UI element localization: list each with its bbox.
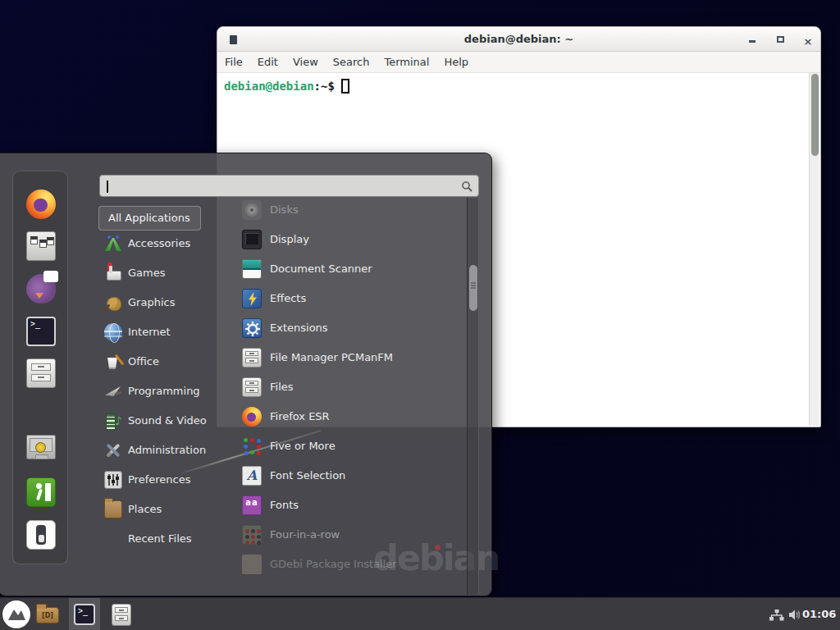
menu-terminal[interactable]: Terminal — [377, 52, 436, 73]
app-five-or-more[interactable]: Five or More — [235, 431, 459, 461]
places-icon — [104, 500, 122, 518]
effects-icon — [242, 289, 262, 308]
maximize-button[interactable] — [774, 33, 787, 46]
search-icon — [461, 180, 472, 192]
close-button[interactable]: × — [801, 33, 815, 46]
category-sound-video[interactable]: Sound & Video — [98, 406, 215, 436]
display-icon — [242, 230, 262, 249]
disks-icon — [242, 200, 262, 220]
search-caret — [107, 180, 108, 193]
prompt-user-host: debian@debian — [224, 80, 314, 93]
app-gdebi-package-installer[interactable]: GDebi Package Installer — [235, 550, 459, 579]
app-font-selection[interactable]: A Font Selection — [235, 461, 459, 491]
internet-icon — [104, 323, 122, 341]
search-input[interactable] — [110, 176, 454, 196]
terminal-menubar: FileEditViewSearchTerminalHelp — [217, 52, 820, 73]
font-selection-icon: A — [242, 466, 262, 486]
prompt-path: :~$ — [314, 80, 335, 93]
taskbar-terminal-button[interactable]: >_ — [69, 598, 100, 630]
close-icon: × — [804, 35, 813, 48]
category-recent-files[interactable]: Recent Files — [98, 524, 215, 554]
file-manager-pcmanfm-icon — [242, 348, 262, 368]
gdebi-icon — [242, 555, 262, 574]
app-list-scrollbar[interactable] — [467, 198, 479, 595]
four-in-a-row-icon — [242, 525, 262, 545]
favorite-firefox-icon[interactable] — [26, 189, 56, 219]
favorite-pidgin-icon[interactable] — [26, 274, 56, 304]
graphics-icon — [104, 294, 122, 312]
desktop: debian@debian: ~ × FileEditViewSearchTer… — [0, 0, 840, 630]
preferences-icon — [104, 471, 122, 489]
favorite-keyboard-icon[interactable] — [26, 231, 56, 261]
sound-video-icon — [104, 412, 122, 430]
app-file-manager-pcmanfm[interactable]: File Manager PCManFM — [235, 343, 459, 372]
menu-edit[interactable]: Edit — [250, 52, 285, 73]
administration-icon — [104, 441, 122, 459]
terminal-cursor — [341, 79, 349, 94]
network-icon[interactable] — [769, 609, 784, 621]
shell-prompt: debian@debian:~$ — [224, 79, 349, 94]
terminal-title: debian@debian: ~ — [217, 27, 820, 52]
category-graphics[interactable]: Graphics — [98, 288, 215, 317]
category-office[interactable]: Office — [98, 347, 215, 377]
favorites-sidebar: >_ — [12, 171, 68, 564]
app-display[interactable]: Display — [235, 225, 459, 254]
category-places[interactable]: Places — [98, 495, 215, 524]
minimize-icon — [749, 40, 756, 43]
favorite-terminal-icon[interactable]: >_ — [26, 317, 56, 346]
five-or-more-icon — [242, 436, 262, 456]
menu-file[interactable]: File — [217, 52, 250, 73]
terminal-titlebar[interactable]: debian@debian: ~ × — [217, 27, 820, 52]
document-scanner-icon — [242, 259, 262, 279]
menu-help[interactable]: Help — [436, 52, 476, 73]
menu-button-mountain-icon — [2, 600, 30, 628]
menu-search-box[interactable] — [99, 175, 479, 197]
terminal-scrollbar[interactable] — [809, 73, 819, 426]
programming-icon — [104, 382, 122, 400]
terminal-scrollbar-thumb[interactable] — [811, 74, 819, 156]
app-fonts[interactable]: aa Fonts — [235, 491, 459, 520]
logout-icon[interactable] — [26, 477, 56, 507]
app-disks[interactable]: Disks — [235, 195, 459, 225]
firefox-esr-icon — [242, 407, 262, 427]
maximize-icon — [777, 36, 784, 43]
taskbar: [D] >_ 01:06 — [0, 597, 840, 630]
category-programming[interactable]: Programming — [98, 377, 215, 406]
lock-screen-icon[interactable] — [26, 435, 56, 459]
taskbar-file-cabinet-icon[interactable] — [112, 604, 131, 626]
category-accessories[interactable]: Accessories — [98, 229, 215, 258]
fonts-icon: aa — [242, 495, 262, 515]
menu-view[interactable]: View — [285, 52, 326, 73]
category-administration[interactable]: Administration — [98, 436, 215, 465]
app-effects[interactable]: Effects — [235, 284, 459, 313]
menu-search[interactable]: Search — [326, 52, 377, 73]
app-document-scanner[interactable]: Document Scanner — [235, 254, 459, 284]
taskbar-clock[interactable]: 01:06 — [802, 598, 838, 630]
extensions-icon — [242, 318, 262, 338]
volume-icon[interactable] — [788, 609, 801, 621]
games-icon — [104, 264, 122, 282]
app-list-scrollbar-thumb[interactable] — [469, 265, 477, 311]
app-four-in-a-row[interactable]: Four-in-a-row — [235, 520, 459, 550]
favorite-file-manager-icon[interactable] — [26, 358, 56, 388]
category-games[interactable]: Games — [98, 258, 215, 288]
menu-button[interactable] — [2, 600, 30, 628]
category-internet[interactable]: Internet — [98, 317, 215, 347]
taskbar-file-manager-icon[interactable]: [D] — [36, 607, 59, 623]
accessories-icon — [104, 235, 122, 253]
shutdown-icon[interactable] — [26, 520, 56, 550]
app-files[interactable]: Files — [235, 372, 459, 402]
category-all-applications[interactable]: All Applications — [98, 206, 201, 231]
files-icon — [242, 377, 262, 397]
app-extensions[interactable]: Extensions — [235, 313, 459, 343]
office-icon — [104, 353, 122, 371]
app-firefox-esr[interactable]: Firefox ESR — [235, 402, 459, 431]
minimize-button[interactable] — [746, 33, 759, 46]
taskbar-terminal-icon: >_ — [74, 604, 95, 625]
applications-menu: debian >_ — [0, 153, 492, 596]
category-preferences[interactable]: Preferences — [98, 465, 215, 495]
